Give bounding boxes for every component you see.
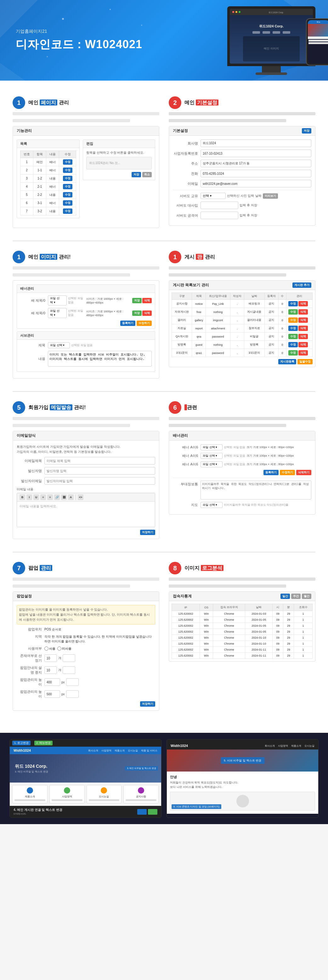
- td-edit[interactable]: 수정: [59, 199, 76, 207]
- input-server3[interactable]: [201, 212, 238, 219]
- board-del-btn[interactable]: 삭제: [298, 317, 308, 323]
- banner-select-1[interactable]: 파일 선택 ▾: [48, 295, 67, 305]
- td-manage[interactable]: 수정 삭제: [286, 332, 312, 341]
- toolbar-btn-image[interactable]: 🖼: [61, 495, 67, 500]
- board-edit-btn[interactable]: 수정: [288, 342, 298, 347]
- tab-daily[interactable]: 일간: [280, 593, 290, 599]
- td-edit[interactable]: 수정: [59, 183, 76, 191]
- popup-count2-input[interactable]: [44, 667, 57, 674]
- board-edit-all-btn[interactable]: 일괄수정: [298, 359, 312, 364]
- banner-edit-btn[interactable]: 수정하기: [136, 321, 152, 326]
- server1-btn[interactable]: 미리보기: [263, 193, 278, 199]
- preview-right-logo: Width1024: [171, 744, 188, 748]
- toolbar-btn-align-left[interactable]: ≡: [40, 495, 46, 500]
- input-subject[interactable]: [44, 457, 155, 465]
- board-del-btn[interactable]: 삭제: [298, 342, 308, 347]
- mail-body-area[interactable]: 이메일 내용을 입력하세요.: [17, 502, 155, 527]
- td-manage[interactable]: 수정 삭제: [286, 308, 312, 316]
- board-edit-btn[interactable]: 수정: [288, 350, 298, 356]
- td-edit[interactable]: 수정: [59, 207, 76, 215]
- toolbar-btn-align-center[interactable]: ≡: [47, 495, 53, 500]
- td-edit[interactable]: 수정: [59, 158, 76, 166]
- s6-banner-select-2[interactable]: 파일 선택 ▾: [201, 453, 223, 459]
- td-manage[interactable]: 수정 삭제: [286, 349, 312, 357]
- section-1-save-btn[interactable]: 저장: [132, 172, 141, 177]
- board-del-btn[interactable]: 삭제: [298, 350, 308, 356]
- edit-btn[interactable]: 수정: [63, 200, 72, 206]
- td-edit[interactable]: 수정: [59, 191, 76, 199]
- input-address[interactable]: [201, 160, 311, 167]
- td-manage[interactable]: 수정 삭제: [286, 316, 312, 325]
- s6-banner-save-btn[interactable]: 등록하기: [263, 470, 279, 475]
- sub-select-1[interactable]: 파일 선택 ▾: [48, 342, 70, 348]
- s6-info-textarea[interactable]: 이미지올려주 목적을 위한 목표도 약도(정의관리)나 연락처(그분 관리)를 …: [201, 480, 311, 500]
- edit-btn[interactable]: 수정: [63, 167, 72, 173]
- select-server1[interactable]: 선택 ▾: [201, 193, 226, 199]
- board-del-btn[interactable]: 삭제: [298, 326, 308, 331]
- popup-use-yes-radio[interactable]: [44, 646, 49, 651]
- edit-btn[interactable]: 수정: [63, 192, 72, 197]
- popup-use-no-radio[interactable]: [57, 646, 62, 651]
- toolbar-btn-color[interactable]: A: [68, 495, 74, 500]
- banner-select-2[interactable]: 파일 선택 ▾: [48, 308, 67, 318]
- popup-use-yes[interactable]: 사용: [44, 646, 55, 651]
- popup-height2-input[interactable]: [44, 690, 60, 698]
- board-del-btn[interactable]: 삭제: [298, 301, 308, 306]
- popup-height1-input[interactable]: [44, 678, 60, 686]
- toolbar-btn-link[interactable]: 🔗: [54, 495, 60, 500]
- board-edit-btn[interactable]: 수정: [288, 334, 298, 339]
- popup-count1-input2[interactable]: [63, 654, 75, 662]
- sub-textarea[interactable]: 이미지 또는 텍스트를 입력하면 서브 비주얼이 표시됩니다. 단, 이미지와 …: [48, 351, 152, 367]
- popup-use-no[interactable]: 미사용: [57, 646, 71, 651]
- edit-btn[interactable]: 수정: [63, 159, 72, 165]
- tab-weekly[interactable]: 주간: [291, 593, 301, 599]
- s6-banner-edit-btn[interactable]: 수정하기: [280, 470, 295, 475]
- td-manage[interactable]: 수정 삭제: [286, 300, 312, 308]
- board-del-btn[interactable]: 삭제: [298, 309, 308, 315]
- banner-delete-1[interactable]: 삭제: [142, 298, 152, 303]
- section-7-save-btn[interactable]: 저장하기: [140, 701, 155, 707]
- tab-monthly[interactable]: 월간: [302, 593, 311, 599]
- edit-btn[interactable]: 수정: [63, 176, 72, 181]
- input-email[interactable]: [201, 180, 311, 188]
- s6-banner-select-1[interactable]: 파일 선택 ▾: [201, 444, 223, 450]
- section-4-add-btn[interactable]: 게시판 추가: [292, 283, 311, 288]
- td-manage[interactable]: 수정 삭제: [286, 325, 312, 332]
- input-sender-email[interactable]: [44, 477, 155, 485]
- section-5-save-btn[interactable]: 저장하기: [140, 530, 155, 535]
- section-1-cancel-btn[interactable]: 취소: [142, 172, 152, 177]
- banner-delete-2[interactable]: 삭제: [142, 310, 152, 316]
- edit-btn[interactable]: 수정: [63, 184, 72, 189]
- toolbar-btn-source[interactable]: <>: [78, 495, 83, 500]
- section-4-panel-title: 게시판 목록보기 관리: [173, 283, 209, 288]
- s6-banner-del-btn[interactable]: 삭제하기: [296, 470, 311, 475]
- board-del-btn[interactable]: 삭제: [298, 334, 308, 339]
- toolbar-btn-underline[interactable]: U: [33, 495, 39, 500]
- board-edit-btn[interactable]: 수정: [288, 326, 298, 331]
- popup-height2-input2[interactable]: [66, 690, 79, 698]
- input-bizno[interactable]: [201, 150, 311, 157]
- board-edit-btn[interactable]: 수정: [288, 301, 298, 306]
- s6-banner-select-3[interactable]: 파일 선택 ▾: [201, 461, 223, 467]
- input-company[interactable]: [201, 140, 311, 147]
- popup-count2-input2[interactable]: [63, 667, 75, 674]
- toolbar-btn-italic[interactable]: I: [27, 495, 32, 500]
- popup-height1-input2[interactable]: [66, 678, 79, 686]
- board-edit-btn[interactable]: 수정: [288, 309, 298, 315]
- input-sender[interactable]: [44, 467, 155, 474]
- banner-register-btn[interactable]: 등록하기: [120, 321, 135, 326]
- section-2-save-btn[interactable]: 저장: [302, 128, 311, 134]
- banner-save-1[interactable]: 저장: [132, 298, 142, 303]
- input-phone[interactable]: [201, 170, 311, 177]
- popup-count1-input[interactable]: [44, 654, 57, 662]
- toolbar-btn-bold[interactable]: B: [19, 495, 25, 500]
- td-edit[interactable]: 수정: [59, 175, 76, 183]
- banner-save-2[interactable]: 저장: [132, 310, 142, 316]
- td-manage[interactable]: 수정 삭제: [286, 341, 312, 349]
- td-edit[interactable]: 수정: [59, 166, 76, 175]
- s6-map-select[interactable]: 파일 선택 ▾: [201, 502, 223, 508]
- edit-btn[interactable]: 수정: [63, 208, 72, 214]
- board-register-btn[interactable]: 게시판등록: [278, 359, 296, 364]
- input-server2[interactable]: [201, 202, 238, 209]
- board-edit-btn[interactable]: 수정: [288, 317, 298, 323]
